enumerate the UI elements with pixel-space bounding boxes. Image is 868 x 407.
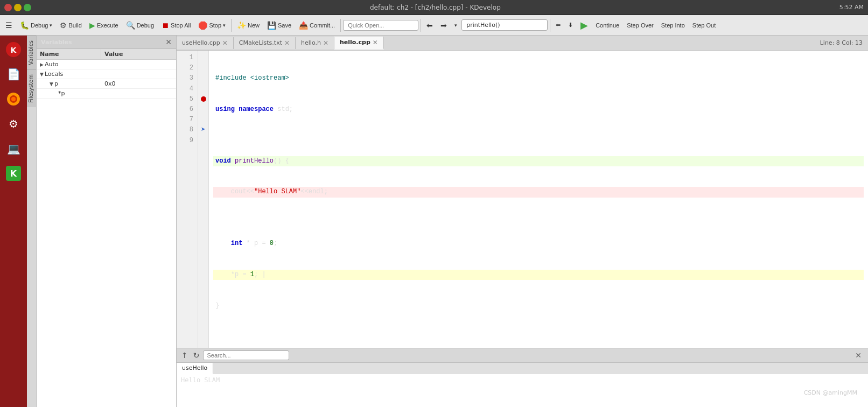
continue-button[interactable]: Continue bbox=[592, 20, 622, 30]
gutter-4 bbox=[198, 83, 208, 94]
debug-icon: 🐛 bbox=[20, 21, 29, 30]
nav-left-button[interactable]: ⬅ bbox=[552, 20, 564, 30]
nav-down-button[interactable]: ⬇ bbox=[565, 20, 576, 30]
tree-row-auto[interactable]: ▶ Auto bbox=[37, 60, 176, 69]
bottom-panel: ↑ ↻ ✕ useHello Hello SLAM bbox=[177, 348, 868, 407]
gutter-9 bbox=[198, 135, 208, 145]
new-icon: ✨ bbox=[237, 21, 246, 30]
filesystem-label[interactable]: Filesystem bbox=[27, 69, 36, 107]
variables-tree: ▶ Auto ▼ Locals ▼ p 0x0 bbox=[37, 60, 176, 407]
maximize-button[interactable] bbox=[24, 4, 31, 11]
close-button[interactable] bbox=[4, 4, 12, 11]
sidebar-firefox-icon[interactable] bbox=[2, 87, 25, 111]
execute-icon: ▶ bbox=[89, 21, 95, 30]
tab-cmakelists-close[interactable]: ✕ bbox=[284, 39, 290, 47]
tab-usehello[interactable]: useHello.cpp ✕ bbox=[177, 37, 234, 49]
run-indicator[interactable]: ▶ bbox=[577, 18, 591, 33]
save-button[interactable]: 💾 Save bbox=[264, 19, 295, 31]
bottom-scroll-up-button[interactable]: ↑ bbox=[180, 350, 190, 360]
bottom-search-input[interactable] bbox=[203, 350, 289, 360]
execute-button[interactable]: ▶ Execute bbox=[86, 19, 122, 31]
code-line-5: cout<<"Hello SLAM"<<endl; bbox=[213, 187, 864, 197]
debug-button[interactable]: 🐛 Debug ▾ bbox=[17, 19, 55, 31]
gutter-2 bbox=[198, 63, 208, 73]
code-content[interactable]: #include <iostream> using namespace std;… bbox=[209, 51, 868, 348]
side-label-strip: Variables Filesystem bbox=[27, 36, 37, 407]
svg-text:K: K bbox=[10, 169, 17, 179]
bottom-tab-usehello[interactable]: useHello bbox=[177, 363, 213, 374]
step-out-button[interactable]: Step Out bbox=[689, 20, 719, 30]
commit-button[interactable]: 📤 Commit... bbox=[296, 19, 338, 31]
panel-title: Variables bbox=[41, 39, 72, 46]
tree-row-pderef[interactable]: *p bbox=[37, 89, 176, 99]
nav-back-button[interactable]: ⬅ bbox=[423, 19, 436, 31]
debug2-icon: 🔍 bbox=[126, 21, 135, 30]
tab-helloh[interactable]: hello.h ✕ bbox=[296, 37, 334, 49]
debug2-button[interactable]: 🔍 Debug bbox=[123, 19, 157, 31]
new-button[interactable]: ✨ New bbox=[234, 19, 263, 31]
sidebar-kdevelop-icon2[interactable]: K bbox=[2, 162, 25, 185]
nav-forward-button[interactable]: ➡ bbox=[437, 19, 450, 31]
step-into-button[interactable]: Step Into bbox=[658, 20, 688, 30]
output-area: Hello SLAM bbox=[177, 374, 868, 407]
sidebar-file-icon[interactable]: 📄 bbox=[2, 62, 25, 86]
bottom-close-button[interactable]: ✕ bbox=[852, 350, 865, 361]
tree-name-auto: ▶ Auto bbox=[37, 60, 101, 69]
panel-close-button[interactable]: ✕ bbox=[165, 38, 172, 46]
bottom-tabs: useHello bbox=[177, 363, 868, 374]
col-name: Name bbox=[37, 49, 101, 59]
tree-row-locals[interactable]: ▼ Locals bbox=[37, 69, 176, 79]
tab-helloh-close[interactable]: ✕ bbox=[323, 39, 328, 47]
col-value: Value bbox=[101, 49, 176, 59]
separator4 bbox=[550, 19, 550, 32]
svg-point-4 bbox=[11, 97, 16, 101]
tab-usehello-close[interactable]: ✕ bbox=[222, 39, 228, 47]
code-line-2: using namespace std; bbox=[213, 104, 864, 115]
variables-panel: Variables ✕ Name Value ▶ Auto ▼ Locals bbox=[37, 36, 177, 407]
sidebar-settings-icon[interactable]: ⚙ bbox=[2, 112, 25, 136]
tree-name-locals: ▼ Locals bbox=[37, 69, 101, 79]
build-button[interactable]: ⚙ Build bbox=[57, 19, 85, 31]
code-gutter: ➤ bbox=[198, 51, 209, 348]
kdevelop-logo[interactable]: K bbox=[2, 38, 25, 61]
code-line-4: void printHello() { bbox=[213, 156, 864, 166]
bottom-refresh-button[interactable]: ↻ bbox=[192, 350, 201, 360]
nav-dropdown-button[interactable]: ▾ bbox=[451, 21, 460, 30]
commit-icon: 📤 bbox=[299, 21, 308, 30]
run-circle-icon: ▶ bbox=[580, 19, 588, 31]
line-col-info: Line: 8 Col: 13 bbox=[815, 39, 868, 46]
toolbar: ☰ 🐛 Debug ▾ ⚙ Build ▶ Execute 🔍 Debug ⏹ … bbox=[0, 15, 868, 36]
line-numbers: 1 2 3 4 5 6 7 8 9 bbox=[177, 51, 198, 348]
code-line-1: #include <iostream> bbox=[213, 73, 864, 83]
function-display: printHello() bbox=[461, 19, 548, 31]
tab-cmakelists[interactable]: CMakeLists.txt ✕ bbox=[234, 37, 296, 49]
tab-hellocpp-close[interactable]: ✕ bbox=[373, 39, 378, 46]
kdevelop-menu-button[interactable]: ☰ bbox=[2, 19, 16, 31]
variables-label[interactable]: Variables bbox=[27, 36, 36, 69]
gutter-5-breakpoint bbox=[198, 94, 208, 104]
stop-dropdown-icon: ▾ bbox=[223, 23, 226, 28]
code-line-9: } bbox=[213, 301, 864, 311]
tree-header: Name Value bbox=[37, 49, 176, 60]
tab-bar: useHello.cpp ✕ CMakeLists.txt ✕ hello.h … bbox=[177, 36, 868, 51]
panel-header: Variables ✕ bbox=[37, 36, 176, 49]
minimize-button[interactable] bbox=[14, 4, 22, 11]
code-editor[interactable]: 1 2 3 4 5 6 7 8 9 ➤ bbox=[177, 51, 868, 348]
tree-value-p: 0x0 bbox=[101, 79, 119, 88]
gutter-3 bbox=[198, 73, 208, 83]
quick-open-search[interactable] bbox=[343, 20, 418, 31]
tree-row-p[interactable]: ▼ p 0x0 bbox=[37, 79, 176, 89]
gutter-1 bbox=[198, 53, 208, 63]
step-over-button[interactable]: Step Over bbox=[624, 20, 657, 30]
system-time: 5:52 AM bbox=[839, 4, 864, 11]
tab-hellocpp[interactable]: hello.cpp ✕ bbox=[334, 37, 384, 50]
stop-button[interactable]: 🛑 Stop ▾ bbox=[195, 19, 229, 31]
quick-open-input[interactable] bbox=[348, 22, 414, 29]
window-controls[interactable] bbox=[4, 4, 31, 11]
bottom-panel-header: ↑ ↻ ✕ bbox=[177, 348, 868, 363]
separator2 bbox=[340, 19, 341, 32]
code-line-8: *p = 1; | bbox=[213, 270, 864, 280]
gutter-8-arrow: ➤ bbox=[198, 124, 208, 135]
sidebar-terminal-icon[interactable]: 💻 bbox=[2, 137, 25, 160]
stop-all-button[interactable]: ⏹ Stop All bbox=[158, 19, 194, 31]
